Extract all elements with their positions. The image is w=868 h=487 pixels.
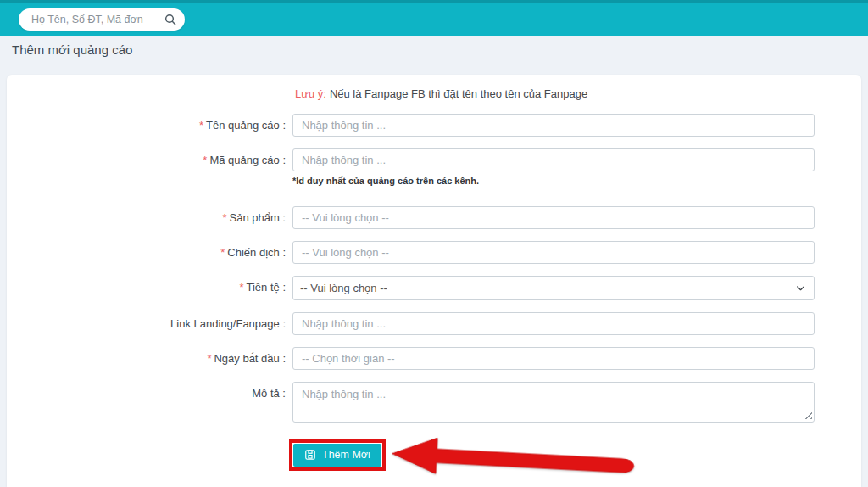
required-asterisk: * xyxy=(220,246,225,259)
field-label: *Mã quảng cáo : xyxy=(7,148,286,166)
field-label: Link Landing/Fanpage : xyxy=(7,312,286,330)
note-prefix: Lưu ý: xyxy=(295,87,326,100)
description-textarea[interactable] xyxy=(292,382,815,423)
field-control: *Id duy nhất của quảng cáo trên các kênh… xyxy=(292,148,815,194)
field-control xyxy=(292,347,815,370)
required-asterisk: * xyxy=(199,119,203,132)
note: Lưu ý:Nếu là Fanpage FB thì đặt tên theo… xyxy=(295,87,861,100)
note-text: Nếu là Fanpage FB thì đặt tên theo tên c… xyxy=(330,87,587,100)
field-label: *Tiền tệ : xyxy=(7,276,286,294)
field-control xyxy=(292,206,815,229)
field-label: *Ngày bắt đầu : xyxy=(7,347,286,365)
required-asterisk: * xyxy=(207,352,211,365)
form-card: Lưu ý:Nếu là Fanpage FB thì đặt tên theo… xyxy=(7,75,861,487)
field-control xyxy=(292,382,815,423)
start-date-input[interactable] xyxy=(292,347,815,370)
page-title-bar: Thêm mới quảng cáo xyxy=(0,36,868,64)
field-control xyxy=(292,312,815,335)
top-header xyxy=(0,0,868,36)
submit-button[interactable]: Thêm Mới xyxy=(293,444,381,467)
form-row: *Mã quảng cáo :*Id duy nhất của quảng cá… xyxy=(7,148,861,194)
landing-link-input[interactable] xyxy=(292,312,815,335)
search-icon[interactable] xyxy=(164,13,177,26)
required-asterisk: * xyxy=(239,281,243,294)
field-control xyxy=(292,241,815,264)
page-title: Thêm mới quảng cáo xyxy=(12,42,132,57)
product-select[interactable] xyxy=(292,206,815,229)
form-fields: *Tên quảng cáo :*Mã quảng cáo :*Id duy n… xyxy=(7,114,861,423)
form-row: *Tiền tệ :-- Vui lòng chọn -- xyxy=(7,276,861,300)
form-row: *Chiến dịch : xyxy=(7,241,861,264)
field-label: *Sản phẩm : xyxy=(7,206,286,224)
field-label: *Tên quảng cáo : xyxy=(7,114,286,132)
search-box[interactable] xyxy=(19,8,185,31)
field-label: Mô tả : xyxy=(7,382,286,400)
field-control xyxy=(292,114,815,137)
currency-select[interactable]: -- Vui lòng chọn -- xyxy=(292,276,815,300)
form-row: Mô tả : xyxy=(7,382,861,423)
annotation-highlight-box: Thêm Mới xyxy=(289,439,386,471)
ad-name-input[interactable] xyxy=(292,114,815,137)
form-row: *Sản phẩm : xyxy=(7,206,861,229)
field-label: *Chiến dịch : xyxy=(7,241,286,259)
field-control: -- Vui lòng chọn -- xyxy=(292,276,815,300)
submit-button-label: Thêm Mới xyxy=(322,449,370,461)
save-icon xyxy=(304,449,316,461)
form-row: Link Landing/Fanpage : xyxy=(7,312,861,335)
campaign-select[interactable] xyxy=(292,241,815,264)
field-helper-text: *Id duy nhất của quảng cáo trên các kênh… xyxy=(292,176,815,186)
required-asterisk: * xyxy=(222,211,226,224)
annotation-arrow xyxy=(390,434,639,486)
required-asterisk: * xyxy=(203,154,207,166)
search-input[interactable] xyxy=(30,13,164,26)
form-row: *Tên quảng cáo : xyxy=(7,114,861,137)
form-row: *Ngày bắt đầu : xyxy=(7,347,861,370)
ad-code-input[interactable] xyxy=(292,148,815,171)
submit-row: Thêm Mới xyxy=(289,435,861,474)
